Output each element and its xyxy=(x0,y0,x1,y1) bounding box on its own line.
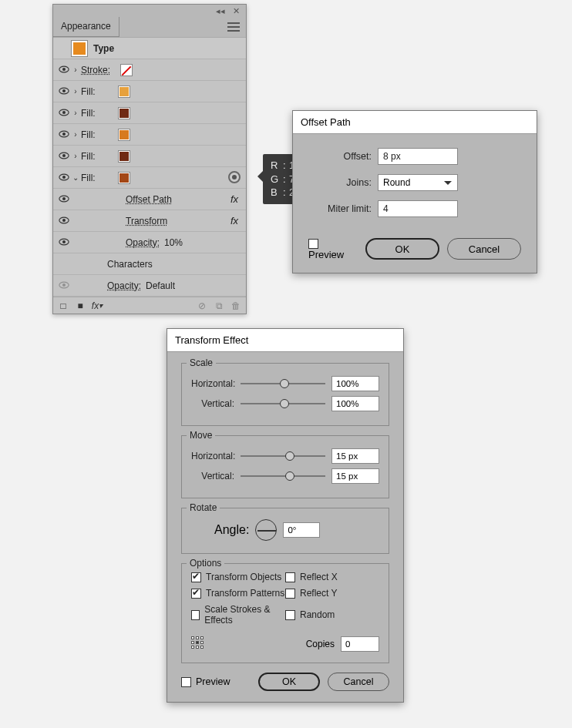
expand-icon[interactable]: › xyxy=(70,65,81,74)
dialog-title: Transform Effect xyxy=(167,329,403,352)
fill-row-1[interactable]: › Fill: xyxy=(53,81,246,102)
fill-row-2[interactable]: › Fill: xyxy=(53,102,246,124)
copies-input[interactable] xyxy=(341,636,379,652)
random-checkbox[interactable]: Random xyxy=(285,604,379,626)
fill-label: Fill: xyxy=(81,173,96,183)
expand-icon[interactable]: › xyxy=(70,152,81,160)
visibility-icon[interactable] xyxy=(58,237,70,247)
appearance-panel: ◂◂ ✕ Appearance Type › Stroke: › Fill: › xyxy=(52,4,247,314)
new-fill-icon[interactable]: ■ xyxy=(75,300,86,311)
joins-select[interactable]: Round xyxy=(378,174,458,191)
visibility-icon[interactable] xyxy=(58,108,70,118)
type-row[interactable]: Type xyxy=(53,38,246,59)
move-h-input[interactable] xyxy=(331,448,379,464)
scale-v-slider[interactable] xyxy=(241,398,325,410)
scale-h-input[interactable] xyxy=(331,376,379,391)
visibility-icon[interactable] xyxy=(58,129,70,139)
cancel-button[interactable]: Cancel xyxy=(447,238,521,260)
transform-effect-dialog: Transform Effect Scale Horizontal: Verti… xyxy=(167,328,404,703)
registration-point-icon[interactable] xyxy=(191,636,207,652)
visibility-icon[interactable] xyxy=(58,86,70,96)
offset-path-row[interactable]: Offset Path fx xyxy=(53,189,246,210)
svg-point-19 xyxy=(62,283,66,287)
fx-icon[interactable]: fx xyxy=(230,193,238,205)
move-v-slider[interactable] xyxy=(241,470,325,482)
ok-button[interactable]: OK xyxy=(365,238,439,260)
fill-swatch[interactable] xyxy=(119,108,130,119)
reflect-x-checkbox[interactable]: Reflect X xyxy=(285,572,379,582)
expand-icon[interactable]: › xyxy=(70,87,81,96)
fill-swatch[interactable] xyxy=(119,129,130,140)
visibility-icon[interactable] xyxy=(58,173,70,183)
transform-row[interactable]: Transform fx xyxy=(53,210,246,232)
ok-button[interactable]: OK xyxy=(258,673,320,691)
characters-row[interactable]: Characters xyxy=(53,253,246,275)
move-legend: Move xyxy=(187,430,215,441)
preview-checkbox[interactable]: Preview xyxy=(181,676,230,687)
panel-menu-icon[interactable] xyxy=(227,22,241,32)
scale-group: Scale Horizontal: Vertical: xyxy=(181,363,389,426)
collapse-icon[interactable]: ⌄ xyxy=(70,173,81,182)
fill-row-3[interactable]: › Fill: xyxy=(53,124,246,146)
clear-icon[interactable]: ⊘ xyxy=(197,300,207,311)
new-stroke-icon[interactable]: □ xyxy=(58,300,69,311)
visibility-icon[interactable] xyxy=(58,216,70,226)
miter-input[interactable] xyxy=(378,200,458,217)
fill-label: Fill: xyxy=(81,108,96,119)
transform-link[interactable]: Transform xyxy=(126,216,167,226)
delete-icon[interactable]: 🗑 xyxy=(230,300,241,311)
scale-h-label: Horizontal: xyxy=(191,378,241,389)
char-opacity-label[interactable]: Opacity: xyxy=(107,280,141,291)
visibility-icon[interactable] xyxy=(58,65,70,75)
char-opacity-value: Default xyxy=(146,280,175,291)
appearance-tab[interactable]: Appearance xyxy=(53,17,119,37)
joins-label: Joins: xyxy=(308,177,378,188)
fx-icon[interactable]: fx xyxy=(230,215,238,226)
collapse-icon[interactable]: ◂◂ xyxy=(216,6,225,16)
color-target-icon xyxy=(228,171,241,183)
offset-input[interactable] xyxy=(378,148,458,165)
scale-h-slider[interactable] xyxy=(241,377,325,390)
move-h-slider[interactable] xyxy=(241,450,325,462)
visibility-icon[interactable] xyxy=(58,194,70,204)
fill-swatch[interactable] xyxy=(119,86,130,97)
expand-icon[interactable]: › xyxy=(70,130,81,139)
fill-row-5[interactable]: ⌄ Fill: xyxy=(53,167,246,189)
expand-icon[interactable]: › xyxy=(70,109,81,117)
scale-strokes-checkbox[interactable]: Scale Strokes & Effects xyxy=(191,604,285,626)
miter-label: Miter limit: xyxy=(308,203,378,214)
cancel-button[interactable]: Cancel xyxy=(328,673,389,691)
scale-legend: Scale xyxy=(187,357,216,368)
options-group: Options Transform Objects Reflect X Tran… xyxy=(181,563,389,663)
svg-point-15 xyxy=(62,219,66,222)
fill-row-4[interactable]: › Fill: xyxy=(53,146,246,167)
add-effect-icon[interactable]: fx▾ xyxy=(92,300,103,311)
appearance-footer: □ ■ fx▾ ⊘ ⧉ 🗑 xyxy=(53,297,246,314)
options-legend: Options xyxy=(187,558,224,569)
visibility-icon-disabled xyxy=(58,280,70,290)
preview-checkbox[interactable]: Preview xyxy=(308,237,350,260)
copies-label: Copies xyxy=(306,639,335,649)
visibility-icon[interactable] xyxy=(58,151,70,161)
transform-patterns-checkbox[interactable]: Transform Patterns xyxy=(191,588,285,599)
stroke-row[interactable]: › Stroke: xyxy=(53,59,246,81)
transform-objects-checkbox[interactable]: Transform Objects xyxy=(191,572,285,582)
close-icon[interactable]: ✕ xyxy=(233,6,240,16)
opacity-label[interactable]: Opacity: xyxy=(126,237,160,248)
angle-dial[interactable] xyxy=(255,519,277,541)
reflect-y-checkbox[interactable]: Reflect Y xyxy=(285,588,379,599)
move-v-input[interactable] xyxy=(331,468,379,484)
scale-v-input[interactable] xyxy=(331,396,379,411)
char-opacity-row[interactable]: Opacity: Default xyxy=(53,275,246,297)
offset-path-link[interactable]: Offset Path xyxy=(126,194,172,205)
fill-swatch[interactable] xyxy=(119,173,130,183)
fill-swatch[interactable] xyxy=(119,151,130,162)
stroke-label[interactable]: Stroke: xyxy=(81,65,110,75)
fill-opacity-row[interactable]: Opacity: 10% xyxy=(53,232,246,253)
svg-point-5 xyxy=(62,111,66,114)
duplicate-icon[interactable]: ⧉ xyxy=(214,300,224,311)
angle-input[interactable] xyxy=(283,522,320,538)
svg-point-13 xyxy=(62,197,66,200)
stroke-swatch[interactable] xyxy=(121,65,132,75)
type-swatch[interactable] xyxy=(72,41,87,56)
